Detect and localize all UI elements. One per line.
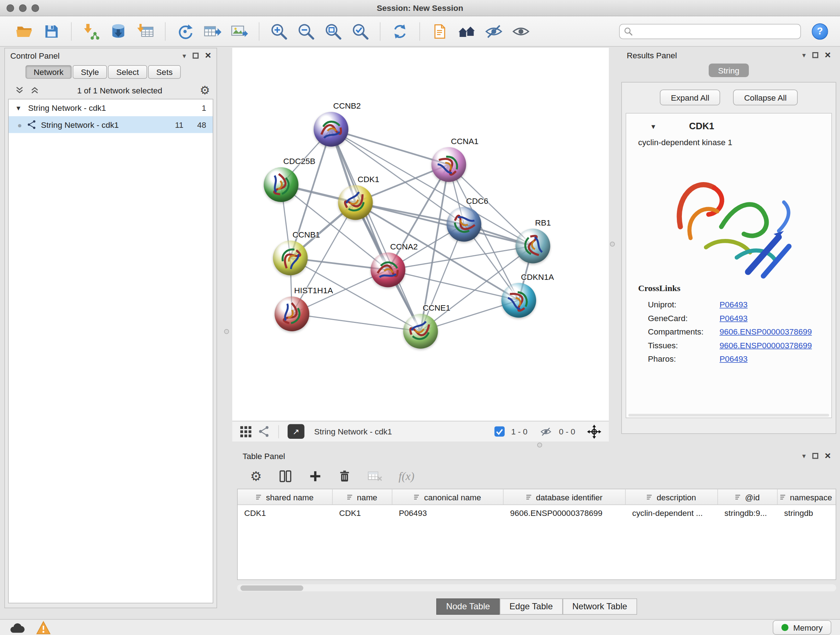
network-edge[interactable] [331,129,421,331]
close-panel-icon[interactable]: × [825,51,831,59]
crosslink-uniprot-link[interactable]: P06493 [720,300,748,309]
export-image-button[interactable] [227,19,252,44]
help-button[interactable]: ? [812,23,828,40]
save-session-button[interactable] [39,19,64,44]
panel-menu-icon[interactable]: ▾ [183,51,186,60]
function-builder-button[interactable]: f(x) [399,470,415,483]
tab-style[interactable]: Style [73,65,107,79]
crosslink-pharos-link[interactable]: P06493 [720,354,748,363]
open-session-button[interactable] [12,19,37,44]
scrollbar-thumb[interactable] [240,585,303,591]
hidden-eye-slash-icon[interactable] [539,426,553,437]
float-panel-icon[interactable] [812,52,818,58]
share-network-icon[interactable] [258,426,270,437]
zoom-selected-button[interactable] [348,19,373,44]
right-splitter-handle[interactable] [610,242,615,247]
tab-network-table[interactable]: Network Table [562,599,637,615]
network-node-rb1[interactable] [515,229,550,264]
search-input[interactable] [637,27,796,36]
tab-select[interactable]: Select [108,65,147,79]
export-table-button[interactable] [200,19,225,44]
close-panel-icon[interactable]: × [205,52,211,59]
network-node-ccnb1[interactable] [273,241,308,276]
left-splitter-handle[interactable] [224,329,229,334]
results-scrollbar[interactable] [628,414,829,417]
selected-checkbox-icon[interactable] [494,426,505,437]
delete-column-button[interactable] [338,469,351,483]
string-tab[interactable]: String [709,64,749,78]
birdseye-grid-icon[interactable] [240,425,252,437]
network-node-cdkn1a[interactable] [501,283,536,318]
close-panel-icon[interactable]: × [825,452,831,459]
panel-menu-icon[interactable]: ▾ [802,51,806,59]
pan-crosshair-icon[interactable] [587,424,601,439]
new-network-button[interactable] [172,19,197,44]
network-row-selected[interactable]: ● String Network - cdk1 11 48 [9,116,213,133]
float-panel-icon[interactable] [812,453,818,459]
apply-layout-button[interactable] [387,19,412,44]
disclosure-triangle-icon[interactable]: ▼ [15,104,22,111]
column-header-id[interactable]: @id [718,489,778,505]
protein-structure-thumb [401,311,441,351]
string-results-box: Expand All Collapse All ▼ CDK1 cyclin-de… [622,82,836,434]
tab-sets[interactable]: Sets [148,65,181,79]
tab-edge-table[interactable]: Edge Table [500,599,562,615]
table-row[interactable]: CDK1 CDK1 P06493 9606.ENSP00000378699 cy… [238,505,836,520]
section-disclosure-icon[interactable]: ▼ [650,123,657,130]
expand-all-button[interactable]: Expand All [660,90,720,106]
network-node-ccna1[interactable] [431,147,466,182]
toolbar-separator [165,22,166,41]
zoom-window-button[interactable] [32,4,39,12]
network-node-cdc6[interactable] [447,207,482,242]
minimize-window-button[interactable] [19,4,27,12]
crosslink-row: Compartments: 9606.ENSP00000378699 [634,325,824,339]
network-collection-row[interactable]: ▼ String Network - cdk1 1 [9,100,213,117]
network-view-toolbar: ↗ String Network - cdk1 1 - 0 0 - 0 [232,421,609,442]
column-header-database-identifier[interactable]: database identifier [504,489,626,505]
close-window-button[interactable] [6,4,14,12]
horizontal-splitter-handle[interactable] [537,443,542,448]
crosslink-compartments-link[interactable]: 9606.ENSP00000378699 [720,327,812,336]
crosslink-genecard-link[interactable]: P06493 [720,314,748,323]
add-column-button[interactable] [309,470,322,483]
zoom-in-button[interactable] [267,19,292,44]
cloud-icon[interactable] [9,621,25,634]
tab-network[interactable]: Network [26,65,72,79]
table-settings-gear-icon[interactable]: ⚙ [250,471,262,481]
network-canvas[interactable]: CCNB2 CCNA1 CDC25B CDK1 CDC6 RB1 CCNB1 C… [232,48,609,421]
network-node-cdk1[interactable] [338,185,373,220]
column-header-description[interactable]: description [626,489,718,505]
network-node-ccnb2[interactable] [314,112,348,147]
document-report-button[interactable] [427,19,452,44]
gear-icon[interactable]: ⚙ [200,86,210,95]
glyphs-off-button[interactable] [482,19,507,44]
collapse-all-button[interactable]: Collapse All [733,90,798,106]
column-header-shared-name[interactable]: shared name [238,489,333,505]
folder-open-icon [15,22,34,41]
collapse-all-icon[interactable] [15,86,25,95]
string-home-button[interactable] [454,19,479,44]
open-in-new-button[interactable]: ↗ [287,424,305,439]
float-panel-icon[interactable] [193,52,199,59]
show-columns-button[interactable] [278,469,292,483]
import-network-database-button[interactable] [106,19,131,44]
network-node-ccna2[interactable] [371,253,406,287]
panel-menu-icon[interactable]: ▾ [802,451,806,460]
delete-table-button-disabled[interactable] [367,470,382,483]
tab-node-table[interactable]: Node Table [436,599,500,615]
import-network-file-button[interactable] [79,19,104,44]
glyphs-on-button[interactable] [508,19,534,44]
expand-all-icon[interactable] [30,86,40,95]
column-header-namespace[interactable]: namespace [778,489,835,505]
import-table-button[interactable] [133,19,158,44]
zoom-fit-button[interactable] [321,19,346,44]
zoom-out-button[interactable] [294,19,319,44]
warning-icon[interactable] [36,621,51,635]
crosslink-tissues-link[interactable]: 9606.ENSP00000378699 [720,340,812,350]
column-header-name[interactable]: name [333,489,393,505]
column-header-canonical-name[interactable]: canonical name [393,489,504,505]
memory-button[interactable]: Memory [773,620,831,635]
network-node-ccne1[interactable] [403,314,438,348]
network-node-cdc25b[interactable] [264,167,298,202]
network-node-hist1h1a[interactable] [275,296,309,331]
